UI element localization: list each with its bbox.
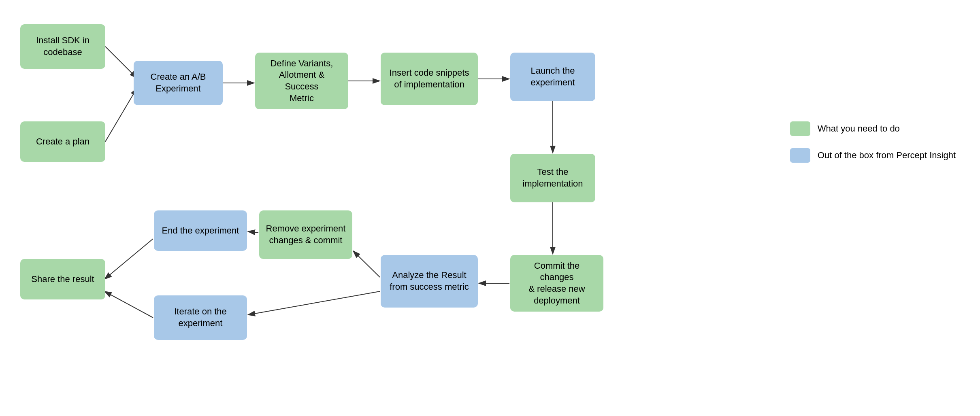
legend-blue-box <box>790 148 810 163</box>
svg-line-3 <box>105 88 137 142</box>
svg-line-2 <box>105 47 137 78</box>
node-commit-changes: Commit the changes& release newdeploymen… <box>510 255 603 312</box>
node-remove-experiment: Remove experimentchanges & commit <box>259 210 352 259</box>
node-launch-experiment: Launch theexperiment <box>510 53 595 101</box>
legend-item-blue: Out of the box from Percept Insight <box>790 148 956 163</box>
svg-line-12 <box>248 231 258 233</box>
node-iterate-experiment: Iterate on theexperiment <box>154 295 247 340</box>
node-define-variants: Define Variants,Allotment & SuccessMetri… <box>255 53 348 109</box>
svg-line-14 <box>104 291 153 318</box>
legend-green-box <box>790 121 810 136</box>
node-share-result: Share the result <box>20 259 105 299</box>
legend-blue-label: Out of the box from Percept Insight <box>818 150 956 161</box>
node-insert-code: Insert code snippetsof implementation <box>381 53 478 105</box>
node-create-plan: Create a plan <box>20 121 105 162</box>
legend: What you need to do Out of the box from … <box>790 121 956 163</box>
node-create-ab: Create an A/BExperiment <box>134 61 223 105</box>
svg-line-10 <box>353 251 380 277</box>
node-install-sdk: Install SDK incodebase <box>20 24 105 69</box>
legend-green-label: What you need to do <box>818 123 900 134</box>
diagram-container: Install SDK incodebaseCreate a planCreat… <box>0 0 980 416</box>
node-end-experiment: End the experiment <box>154 210 247 251</box>
node-test-implementation: Test theimplementation <box>510 154 595 202</box>
node-analyze-result: Analyze the Resultfrom success metric <box>381 255 478 308</box>
legend-item-green: What you need to do <box>790 121 956 136</box>
svg-line-13 <box>104 239 153 279</box>
svg-line-11 <box>248 291 380 315</box>
